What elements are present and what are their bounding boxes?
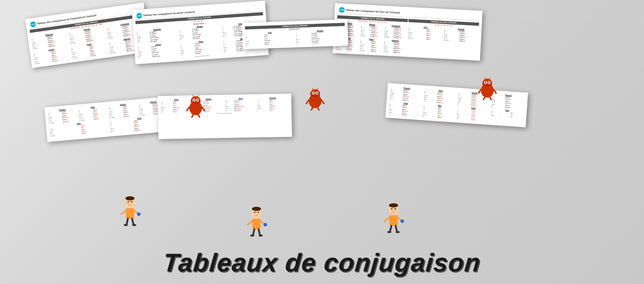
cm2-badge-4: CM2 [339,7,345,13]
cm2-badge-2: CM2 [136,13,142,19]
svg-line-9 [202,107,204,111]
card-title-4: Tableau des conjugaison du futur de l'in… [346,8,400,14]
card-bottom-left: Prendre Jeprenais Tuprenais Il, ellepren… [44,96,173,142]
svg-line-22 [311,107,313,110]
svg-point-39 [128,201,129,203]
svg-point-70 [387,231,391,233]
svg-line-41 [121,211,126,214]
page-container: CM2 Tableau des conjugaison de l'imparfa… [0,0,644,284]
svg-point-38 [125,196,135,200]
svg-line-32 [479,90,481,93]
svg-point-63 [391,208,392,210]
svg-line-34 [483,97,485,100]
svg-line-21 [321,100,324,104]
svg-line-57 [259,229,260,235]
svg-point-4 [193,99,195,101]
svg-line-68 [390,226,391,232]
mascot-boy-1 [119,195,141,228]
cm2-badge-1: CM2 [30,21,36,27]
svg-line-44 [126,219,128,225]
svg-line-65 [385,218,389,221]
svg-point-67 [401,219,404,223]
svg-point-13 [310,89,320,99]
svg-point-25 [482,79,492,88]
svg-point-47 [132,224,136,226]
svg-point-51 [254,212,255,213]
svg-rect-48 [252,219,261,229]
svg-line-8 [187,107,189,111]
svg-point-52 [258,212,259,213]
card-passe2: VERBES DU 2ème GROUPE Participe passé : … [242,19,348,49]
card-bottom-right: Prendre Jeprendrai Tuprendras Il, ellepr… [385,83,528,127]
mascot-monster-2 [306,88,325,112]
svg-rect-60 [389,215,398,226]
svg-point-59 [259,235,263,237]
svg-point-29 [488,82,490,83]
svg-point-1 [191,96,201,106]
svg-point-55 [264,223,267,226]
svg-line-45 [132,219,134,225]
svg-point-43 [137,212,141,216]
page-title: Tableaux de conjugaison [162,248,482,277]
svg-point-71 [396,231,400,233]
svg-point-46 [124,224,128,226]
svg-line-35 [490,97,491,100]
card-bottom-center: Avoir J'ai eu Tuas eu Ila eu Nousavons e… [158,94,292,139]
svg-line-23 [318,107,319,110]
card-futur: CM2 Tableau des conjugaison du futur de … [333,3,483,61]
svg-line-53 [248,221,252,225]
mascot-boy-2 [246,205,267,238]
svg-point-64 [395,208,396,210]
svg-line-11 [198,114,200,117]
svg-line-20 [306,100,309,104]
svg-point-62 [389,203,398,207]
mascot-monster-3 [478,77,497,101]
svg-point-58 [250,235,254,237]
svg-point-17 [316,92,318,94]
svg-rect-36 [126,208,134,219]
svg-point-50 [252,207,261,211]
svg-line-56 [253,229,254,235]
svg-point-40 [131,201,132,203]
svg-line-33 [494,90,496,93]
svg-point-16 [313,92,314,94]
card-title-2: Tableau des conjugaison du passé composé [143,10,195,17]
mascot-monster-1 [186,95,206,119]
svg-line-69 [396,226,397,232]
svg-line-10 [192,114,193,117]
svg-point-28 [485,82,486,83]
svg-point-5 [197,99,198,101]
mascot-boy-3 [383,202,404,235]
